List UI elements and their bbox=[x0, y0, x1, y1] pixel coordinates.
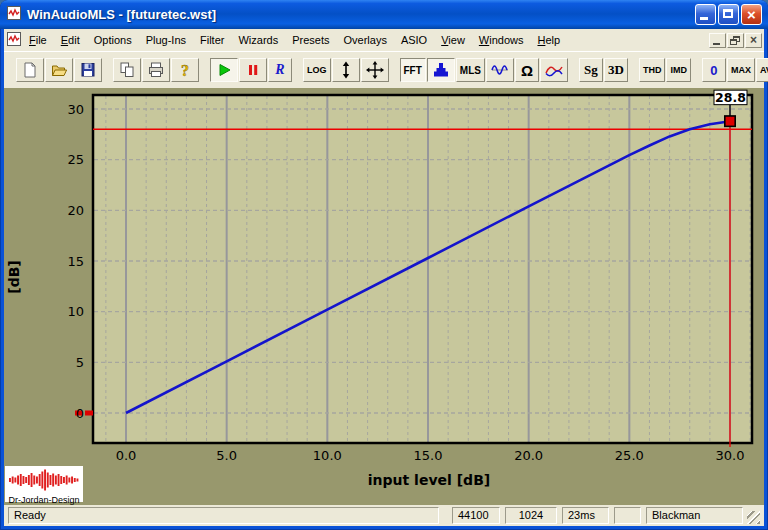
plot-background bbox=[93, 95, 752, 443]
open-button[interactable] bbox=[45, 58, 73, 82]
save-button[interactable] bbox=[74, 58, 102, 82]
fft-button[interactable]: FFT bbox=[400, 58, 426, 82]
close-button[interactable]: × bbox=[741, 4, 762, 25]
x-tick-label: 0.0 bbox=[116, 448, 137, 463]
sine-curve-icon bbox=[490, 60, 510, 80]
app-icon[interactable] bbox=[6, 5, 22, 25]
new-document-icon bbox=[20, 60, 40, 80]
status-fft-size: 1024 bbox=[505, 507, 557, 524]
mls-button[interactable]: MLS bbox=[456, 58, 485, 82]
waveform-logo-icon bbox=[6, 466, 82, 492]
cursor-marker[interactable] bbox=[725, 116, 735, 126]
menu-item-view[interactable]: View bbox=[434, 31, 472, 49]
close-icon: × bbox=[742, 5, 761, 24]
overlay-curves-button[interactable] bbox=[540, 58, 568, 82]
vertical-zoom-button[interactable] bbox=[332, 58, 360, 82]
toolbar-group: 0MAXAVG bbox=[702, 58, 768, 82]
menu-item-wizards[interactable]: Wizards bbox=[231, 31, 285, 49]
transfer-curve-button[interactable] bbox=[486, 58, 514, 82]
save-icon bbox=[78, 60, 98, 80]
toolbar-group bbox=[16, 58, 103, 82]
waves-icon bbox=[544, 60, 564, 80]
menu-item-presets[interactable]: Presets bbox=[285, 31, 336, 49]
minimize-button[interactable] bbox=[695, 4, 716, 25]
minimize-icon bbox=[700, 17, 708, 20]
zero-button[interactable]: 0 bbox=[702, 58, 726, 82]
application-window: WinAudioMLS - [futuretec.wst] × FileEdit… bbox=[0, 0, 768, 530]
thd-button[interactable]: THD bbox=[639, 58, 666, 82]
toolbar-group: THDIMD bbox=[639, 58, 692, 82]
x-tick-label: 25.0 bbox=[615, 448, 644, 463]
document-icon[interactable] bbox=[6, 31, 22, 49]
pause-button[interactable] bbox=[239, 58, 267, 82]
pause-icon bbox=[243, 60, 263, 80]
imd-button[interactable]: IMD bbox=[666, 58, 691, 82]
y-tick-label: 0 bbox=[76, 406, 84, 421]
copy-icon bbox=[117, 60, 137, 80]
mls-button-label: MLS bbox=[460, 65, 481, 76]
toolbar-group: ? bbox=[113, 58, 200, 82]
menu-item-file[interactable]: File bbox=[22, 31, 54, 49]
y-tick-label: 25 bbox=[67, 152, 84, 167]
menu-item-asio[interactable]: ASIO bbox=[394, 31, 434, 49]
play-button[interactable] bbox=[210, 58, 238, 82]
move-arrows-icon bbox=[365, 60, 385, 80]
menu-item-options[interactable]: Options bbox=[87, 31, 139, 49]
spectrum-bars-icon bbox=[431, 60, 451, 80]
title-bar[interactable]: WinAudioMLS - [futuretec.wst] × bbox=[0, 0, 768, 29]
maximize-button[interactable] bbox=[718, 4, 739, 25]
spectrum-button[interactable] bbox=[427, 58, 455, 82]
level-indicator-dash bbox=[85, 411, 93, 416]
status-empty-pane bbox=[614, 507, 641, 524]
x-tick-label: 5.0 bbox=[216, 448, 237, 463]
open-folder-icon bbox=[49, 60, 69, 80]
x-axis-label: input level [dB] bbox=[368, 472, 490, 488]
mdi-minimize-button[interactable] bbox=[709, 33, 726, 48]
dr-jordan-design-logo: Dr-Jordan-Design bbox=[5, 466, 83, 502]
log-scale-button-label: LOG bbox=[307, 65, 327, 75]
3d-button[interactable]: 3D bbox=[604, 58, 628, 82]
mdi-restore-button[interactable] bbox=[727, 33, 744, 48]
resize-grip[interactable] bbox=[747, 511, 760, 524]
status-window-function: Blackman bbox=[646, 507, 743, 524]
mdi-close-button[interactable]: × bbox=[745, 33, 762, 48]
signal-generator-button[interactable]: Sg bbox=[579, 58, 603, 82]
impedance-button-label: Ω bbox=[521, 62, 533, 79]
status-message: Ready bbox=[8, 507, 439, 524]
window-title: WinAudioMLS - [futuretec.wst] bbox=[27, 7, 693, 22]
menu-item-windows[interactable]: Windows bbox=[472, 31, 531, 49]
impedance-button[interactable]: Ω bbox=[515, 58, 539, 82]
x-tick-label: 30.0 bbox=[716, 448, 745, 463]
status-panes: 44100102423msBlackman bbox=[447, 507, 743, 524]
new-button[interactable] bbox=[16, 58, 44, 82]
logo-text: Dr-Jordan-Design bbox=[5, 496, 83, 505]
help-button[interactable]: ? bbox=[171, 58, 199, 82]
log-scale-button[interactable]: LOG bbox=[303, 58, 331, 82]
max-button-label: MAX bbox=[731, 65, 751, 75]
avg-button[interactable]: AVG bbox=[756, 58, 768, 82]
menu-item-edit[interactable]: Edit bbox=[54, 31, 87, 49]
signal-generator-button-label: Sg bbox=[584, 62, 598, 78]
toolbar: ?RLOGFFTMLSΩSg3DTHDIMD0MAXAVG bbox=[4, 51, 764, 88]
menu-item-plug-ins[interactable]: Plug-Ins bbox=[139, 31, 193, 49]
print-button[interactable] bbox=[142, 58, 170, 82]
print-icon bbox=[146, 60, 166, 80]
fft-button-label: FFT bbox=[404, 65, 422, 76]
toolbar-group: R bbox=[210, 58, 293, 82]
record-button[interactable]: R bbox=[268, 58, 292, 82]
plot-area[interactable]: 28.80.05.010.015.020.025.030.00510152025… bbox=[4, 88, 764, 505]
status-samplerate: 44100 bbox=[452, 507, 500, 524]
menu-item-filter[interactable]: Filter bbox=[193, 31, 231, 49]
chart-area: 28.80.05.010.015.020.025.030.00510152025… bbox=[4, 88, 764, 505]
mdi-close-icon: × bbox=[746, 33, 761, 48]
menu-item-overlays[interactable]: Overlays bbox=[336, 31, 393, 49]
copy-button[interactable] bbox=[113, 58, 141, 82]
max-button[interactable]: MAX bbox=[727, 58, 755, 82]
y-tick-label: 15 bbox=[67, 254, 84, 269]
mdi-minimize-icon bbox=[713, 43, 720, 45]
y-tick-label: 30 bbox=[67, 102, 84, 117]
vertical-arrows-icon bbox=[336, 60, 356, 80]
pan-button[interactable] bbox=[361, 58, 389, 82]
menu-item-help[interactable]: Help bbox=[530, 31, 567, 49]
svg-text:?: ? bbox=[181, 62, 189, 79]
